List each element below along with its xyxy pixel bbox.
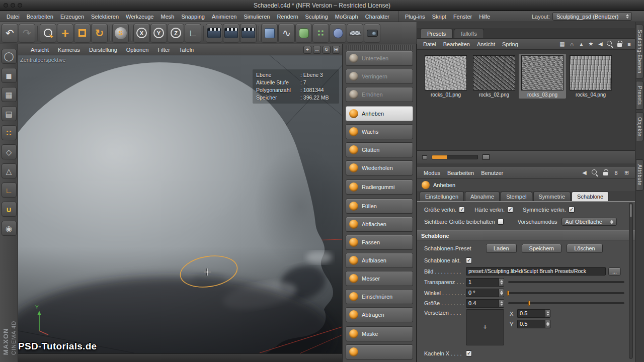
size-slider[interactable] bbox=[508, 302, 624, 304]
preview-mode-select[interactable]: Auf Oberfläche bbox=[561, 218, 617, 226]
viewport-menu-ansicht[interactable]: Ansicht bbox=[26, 47, 53, 53]
menu-simulieren[interactable]: Simulieren bbox=[240, 11, 273, 22]
render-picture-viewer-button[interactable] bbox=[223, 24, 239, 43]
sculpt-tool-radiergummi[interactable]: Radiergummi bbox=[346, 179, 413, 195]
viewport-menu-kameras[interactable]: Kameras bbox=[53, 47, 85, 53]
lock-z-button[interactable]: Z bbox=[168, 24, 184, 43]
offset-pad[interactable] bbox=[466, 309, 504, 345]
model-mode-button[interactable]: ◼ bbox=[2, 68, 17, 83]
browser-menu-bearbeiten[interactable]: Bearbeiten bbox=[440, 39, 473, 50]
zoom-view-button[interactable]: ↔ bbox=[313, 46, 321, 54]
menu-mograph[interactable]: MoGraph bbox=[332, 11, 362, 22]
tab-falloffs[interactable]: falloffs bbox=[454, 29, 484, 38]
add-array-button[interactable]: ∷ bbox=[312, 24, 329, 43]
menu-rendern[interactable]: Rendern bbox=[273, 11, 301, 22]
menu-bearbeiten[interactable]: Bearbeiten bbox=[23, 11, 57, 22]
undo-button[interactable]: ↶ bbox=[2, 24, 18, 43]
link-pair-icon[interactable]: 8 bbox=[612, 169, 620, 176]
angle-spinner[interactable]: 0 ° bbox=[466, 289, 504, 297]
history-back-icon[interactable]: ◀ bbox=[597, 40, 604, 48]
snapping-mode-button[interactable]: ∪ bbox=[2, 202, 17, 217]
h-rte-verkn-checkbox[interactable] bbox=[507, 207, 513, 213]
menu-erzeugen[interactable]: Erzeugen bbox=[57, 11, 88, 22]
angle-value[interactable]: 0 ° bbox=[466, 289, 499, 297]
sculpt-tool-gl-tten[interactable]: Glätten bbox=[346, 142, 413, 157]
l-schen-button[interactable]: Löschen bbox=[567, 244, 603, 253]
tab-symmetrie[interactable]: Symmetrie bbox=[533, 192, 571, 201]
axis-mode-button[interactable]: ∟ bbox=[2, 183, 17, 198]
history-back-icon[interactable]: ◀ bbox=[581, 169, 588, 176]
render-settings-button[interactable] bbox=[240, 24, 257, 43]
attribute-menu-benutzer[interactable]: Benutzer bbox=[477, 167, 507, 178]
side-tab-attribute[interactable]: Attribute bbox=[636, 159, 643, 191]
lock-icon[interactable] bbox=[616, 40, 623, 48]
transparency-value[interactable]: 1 bbox=[466, 278, 499, 287]
small-thumbnails-icon[interactable] bbox=[422, 155, 427, 159]
sculpt-tool-wiederholen[interactable]: Wiederholen bbox=[346, 160, 413, 175]
sculpt-tool-einschn-ren[interactable]: Einschnüren bbox=[346, 289, 413, 304]
menu-hilfe[interactable]: Hilfe bbox=[475, 11, 494, 22]
pan-view-button[interactable]: + bbox=[303, 46, 311, 54]
attribute-scrollbar[interactable] bbox=[629, 203, 633, 359]
folder-up-icon[interactable]: ▲ bbox=[578, 40, 585, 48]
palette-grip[interactable] bbox=[346, 45, 413, 50]
gr-e-verkn-checkbox[interactable] bbox=[459, 207, 465, 213]
tab-stempel[interactable]: Stempel bbox=[501, 192, 532, 201]
viewport-menu-tafeln[interactable]: Tafeln bbox=[175, 47, 198, 53]
add-deformer-button[interactable] bbox=[330, 24, 346, 43]
tab-presets[interactable]: Presets bbox=[420, 29, 453, 38]
image-path-field[interactable]: preset://Sculpting.lib4d/Sculpt Brush Pr… bbox=[466, 267, 606, 276]
lock-x-button[interactable]: X bbox=[133, 24, 150, 43]
stencil-section-header[interactable]: Schablone bbox=[417, 230, 635, 240]
size-value[interactable]: 0.4 bbox=[466, 299, 499, 308]
lock-icon[interactable] bbox=[602, 169, 609, 176]
menu-plug-ins[interactable]: Plug-ins bbox=[401, 11, 429, 22]
sculpt-tool-aufblasen[interactable]: Aufblasen bbox=[346, 253, 413, 268]
camera-label[interactable]: Zentralperspektive bbox=[20, 57, 66, 63]
browser-menu-ansicht[interactable]: Ansicht bbox=[473, 39, 499, 50]
viewport-solo-button[interactable]: ◉ bbox=[2, 221, 17, 236]
menu-sculpting[interactable]: Sculpting bbox=[302, 11, 332, 22]
transparency-spinner[interactable]: 1 bbox=[466, 278, 504, 287]
transparency-slider[interactable] bbox=[508, 281, 624, 283]
rotate-tool-button[interactable]: ↻ bbox=[91, 24, 108, 43]
active-object-row[interactable]: Anheben bbox=[417, 179, 635, 191]
sculpt-tool-messer[interactable]: Messer bbox=[346, 271, 413, 286]
laden-button[interactable]: Laden bbox=[486, 244, 517, 253]
window-controls[interactable] bbox=[4, 3, 22, 8]
offset-x-value[interactable]: 0.5 bbox=[517, 309, 545, 318]
coordinate-system-button[interactable]: ∟ bbox=[185, 24, 201, 43]
sculpt-tool-wachs[interactable]: Wachs bbox=[346, 124, 413, 139]
minimize-window-icon[interactable] bbox=[11, 3, 15, 8]
spinner-arrows-icon[interactable] bbox=[499, 289, 504, 297]
browser-menu-datei[interactable]: Datei bbox=[420, 39, 440, 50]
offset-y-spinner[interactable]: 0.5 bbox=[517, 320, 550, 328]
sculpt-tool-maske[interactable]: Maske bbox=[346, 326, 413, 341]
viewport[interactable]: Y Zentralperspektive Ebene: Ebene 3Aktue… bbox=[18, 55, 342, 353]
menu-fenster[interactable]: Fenster bbox=[450, 11, 475, 22]
sculpt-tool-abflachen[interactable]: Abflachen bbox=[346, 217, 413, 232]
current-sculpt-tool-button[interactable]: S bbox=[112, 24, 129, 43]
tile-x-checkbox[interactable] bbox=[466, 350, 472, 356]
offset-y-value[interactable]: 0.5 bbox=[517, 320, 545, 328]
move-tool-button[interactable]: + bbox=[57, 24, 73, 43]
spinner-arrows-icon[interactable] bbox=[545, 309, 550, 318]
workplane-mode-button[interactable]: ▤ bbox=[2, 106, 17, 121]
add-cube-button[interactable] bbox=[261, 24, 278, 43]
sculpt-tool-fassen[interactable]: Fassen bbox=[346, 235, 413, 250]
offset-x-spinner[interactable]: 0.5 bbox=[517, 309, 550, 318]
tab-einstellungen[interactable]: Einstellungen bbox=[420, 192, 464, 201]
add-spline-button[interactable]: ∿ bbox=[278, 24, 295, 43]
menu-skript[interactable]: Skript bbox=[429, 11, 450, 22]
home-icon[interactable]: ⌂ bbox=[568, 40, 576, 48]
tab-abnahme[interactable]: Abnahme bbox=[465, 192, 500, 201]
preset-item-rocks-02-png[interactable]: rocks_02.png bbox=[470, 54, 518, 99]
add-subdivision-button[interactable] bbox=[295, 24, 312, 43]
panel-menu-icon[interactable]: ≡ bbox=[625, 40, 633, 48]
browser-menu-spring[interactable]: Spring bbox=[499, 39, 522, 50]
large-thumbnails-icon[interactable] bbox=[482, 154, 490, 160]
side-tab-sculpting-ebenen[interactable]: Sculpting-Ebenen bbox=[636, 25, 643, 78]
points-mode-button[interactable]: ∷ bbox=[2, 125, 17, 140]
size-spinner[interactable]: 0.4 bbox=[466, 299, 504, 308]
stencil-active-checkbox[interactable] bbox=[466, 257, 472, 263]
